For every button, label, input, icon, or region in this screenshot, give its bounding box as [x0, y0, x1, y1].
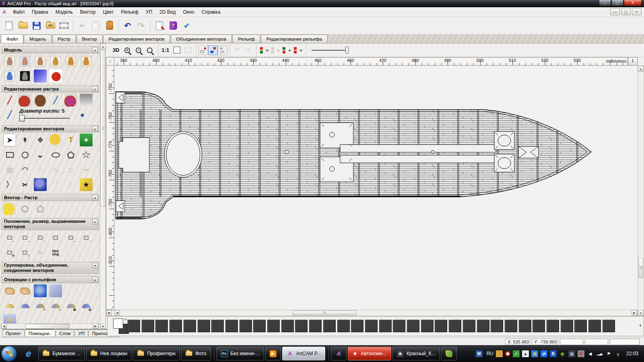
- task-offline-button[interactable]: Автономн...: [348, 347, 391, 360]
- section-collapse-button[interactable]: ▲: [92, 86, 98, 92]
- canvas-hscrollbar[interactable]: ⁞▶ ◀ ▶: [106, 310, 638, 316]
- brush-preview-icon[interactable]: ╱: [3, 108, 16, 121]
- colour-swatch[interactable]: [505, 320, 517, 332]
- colour-swatch[interactable]: [225, 320, 238, 332]
- join-vectors-icon[interactable]: ⌇: [64, 178, 77, 191]
- measure-icon[interactable]: [49, 134, 62, 146]
- sidebar-hscroll-thumb[interactable]: [25, 324, 70, 329]
- model-canvas[interactable]: [114, 66, 638, 310]
- tab-вектор[interactable]: Вектор: [76, 35, 103, 43]
- sidebar-scroll-right[interactable]: ▶: [93, 323, 98, 329]
- tray-word-icon[interactable]: W: [476, 350, 483, 357]
- rotate-left-icon[interactable]: [64, 55, 77, 68]
- colour-swatch[interactable]: [239, 320, 252, 332]
- tray-updates-icon[interactable]: [496, 350, 503, 357]
- tray-nvidia-icon[interactable]: ◉: [559, 350, 566, 357]
- brush-diameter-slider[interactable]: [19, 115, 70, 121]
- zoom-1to1-icon[interactable]: 1:1: [160, 45, 171, 56]
- menu-4[interactable]: Вектор: [76, 8, 99, 16]
- ruler-origin-icon[interactable]: ┼: [106, 57, 114, 66]
- menu-7[interactable]: УП: [142, 8, 156, 16]
- draw-whitebox-icon[interactable]: [171, 45, 182, 56]
- canvas-vscrollbar[interactable]: ▲ ▼: [638, 66, 644, 316]
- colour-swatch[interactable]: [574, 320, 587, 332]
- redo-icon[interactable]: ↷: [134, 19, 148, 33]
- arc-tool-icon[interactable]: 〉: [3, 178, 16, 191]
- colour-swatch[interactable]: [351, 320, 363, 332]
- canvas-vscroll-thumb[interactable]: [638, 258, 643, 278]
- task-photoshop-button[interactable]: PsБез имени-...: [217, 347, 264, 360]
- colour-swatch[interactable]: [379, 320, 392, 332]
- colour-swatch[interactable]: [491, 320, 503, 332]
- tab-объединение-векторов[interactable]: Объединение векторов: [171, 35, 232, 43]
- zoom-in-icon[interactable]: +: [122, 45, 132, 56]
- freehand-draw-icon[interactable]: ∿: [49, 163, 62, 176]
- create-polyline-icon[interactable]: ⌄: [34, 148, 47, 161]
- zoom-out-icon[interactable]: −: [133, 45, 144, 56]
- colour-swatch[interactable]: [267, 320, 280, 332]
- paste-icon[interactable]: [103, 19, 116, 33]
- menu-2[interactable]: Правка: [28, 8, 52, 16]
- tray-blocked-icon[interactable]: ∅: [578, 350, 584, 357]
- panel-tab-слои[interactable]: Слои: [56, 329, 74, 337]
- canvas-scroll-right[interactable]: ▶: [632, 310, 637, 316]
- create-ellipse-icon[interactable]: [49, 148, 62, 161]
- colour-swatch[interactable]: [561, 320, 573, 332]
- close-button[interactable]: ✕: [624, 0, 642, 6]
- restore-button[interactable]: ▢: [611, 0, 623, 6]
- colour-swatch[interactable]: [533, 320, 545, 332]
- text-on-circle-icon[interactable]: ○: [34, 246, 47, 259]
- menu-8[interactable]: 2D Вид: [156, 8, 179, 16]
- create-rectangle-icon[interactable]: [3, 148, 16, 161]
- start-button[interactable]: [1, 346, 17, 362]
- toggle-preview-button[interactable]: [218, 45, 227, 55]
- redo-view-icon[interactable]: ↷: [243, 45, 254, 56]
- tray-modem-icon[interactable]: ▲: [522, 350, 529, 357]
- align-right-icon[interactable]: →: [19, 231, 31, 244]
- section-collapse-button[interactable]: ▲: [92, 195, 98, 200]
- task-nev-locman-button[interactable]: Нев лоцман: [86, 347, 132, 360]
- paste-new-icon[interactable]: +: [80, 134, 93, 146]
- grey-slider[interactable]: [312, 46, 349, 54]
- create-arc-icon[interactable]: ◠: [19, 163, 31, 176]
- paint-brush-icon[interactable]: ╱: [49, 94, 62, 107]
- section-collapse-button[interactable]: ▼: [92, 263, 98, 268]
- spread-vectors-icon[interactable]: ⁘: [19, 246, 31, 259]
- tab-растр[interactable]: Растр: [52, 35, 76, 43]
- tray-flag-icon[interactable]: ⚑: [605, 350, 612, 357]
- live-assistant-icon[interactable]: ✔: [180, 19, 194, 33]
- tray-antivirus-icon[interactable]: ✓: [513, 350, 520, 357]
- block-paste-icon[interactable]: ∷: [34, 163, 47, 176]
- transform-vectors-icon[interactable]: ✥: [34, 134, 47, 146]
- canvas-scroll-left[interactable]: ◀: [114, 310, 120, 316]
- slider-handle[interactable]: [19, 115, 25, 121]
- fillet-tool-icon[interactable]: ★: [80, 178, 93, 191]
- colour-swatch[interactable]: [421, 320, 433, 332]
- colour-palette-icon[interactable]: [34, 94, 47, 107]
- open-model-icon[interactable]: [16, 19, 30, 33]
- vector-doctor-icon[interactable]: [34, 178, 47, 191]
- colour-swatch[interactable]: [463, 320, 475, 332]
- mdi-minimize-button[interactable]: —: [610, 8, 620, 15]
- toggle-raster-view-button[interactable]: [208, 45, 218, 55]
- task-paper-button[interactable]: Бумажное ...: [38, 347, 85, 360]
- link-colours-icon[interactable]: ∞: [124, 317, 127, 321]
- colour-swatch[interactable]: [295, 320, 308, 332]
- new-model-icon[interactable]: [2, 19, 16, 33]
- panel-tab-помощни[interactable]: Помощни..: [25, 329, 56, 337]
- subtract-relief-icon[interactable]: −: [49, 299, 62, 312]
- titlebar[interactable]: A ArtCAM Pro - Растр общий вид.art - [00…: [0, 0, 644, 7]
- save-relief-icon[interactable]: [19, 284, 31, 297]
- menu-9[interactable]: Окно: [180, 8, 198, 16]
- centre-in-page-icon[interactable]: ✛: [3, 246, 16, 259]
- sidebar-scroll-left[interactable]: ◀: [1, 323, 7, 329]
- add-relief-icon[interactable]: +: [34, 299, 47, 312]
- link-colours-4-icon[interactable]: ▸: [293, 45, 303, 56]
- bezier-nodes-icon[interactable]: ∘∘: [80, 163, 93, 176]
- primary-colour-swatch[interactable]: [113, 319, 123, 329]
- colour-swatch[interactable]: [365, 320, 378, 332]
- colour-swatch[interactable]: [309, 320, 322, 332]
- tab-редактирование-векторов[interactable]: Редактирование векторов: [103, 35, 170, 43]
- colour-swatch[interactable]: [184, 320, 196, 332]
- panel-tab-уп[interactable]: УП: [74, 329, 88, 337]
